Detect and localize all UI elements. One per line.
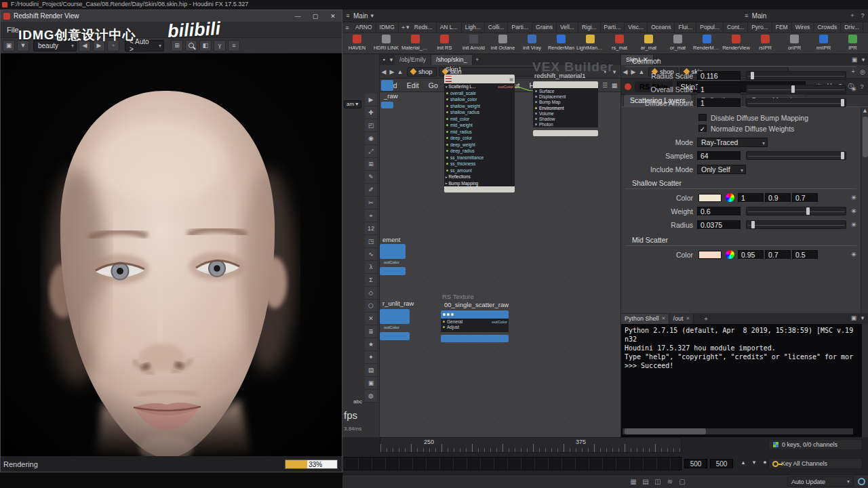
shallow-weight-field[interactable]: 0.6 bbox=[697, 207, 741, 216]
status-icon[interactable]: ▤ bbox=[641, 477, 650, 487]
shelf-tool-init-arnold[interactable]: init Arnold bbox=[459, 33, 488, 54]
shelf-tool-init-octane[interactable]: init Octane bbox=[488, 33, 517, 54]
viewport-tool-icon[interactable]: ▤ bbox=[365, 364, 377, 377]
shelf-tool-rs-mat[interactable]: rs_mat bbox=[605, 33, 634, 54]
pane-menu-icon[interactable]: ≡ bbox=[741, 12, 752, 19]
render-view-titlebar[interactable]: Redshift Render View — ▢ ✕ bbox=[1, 10, 342, 22]
shelf-tab-cont[interactable]: Cont... bbox=[724, 22, 748, 33]
mode-select[interactable]: Ray-Traced bbox=[697, 138, 768, 147]
shelf-tab-colli[interactable]: Colli... bbox=[485, 22, 509, 33]
shelf-tab-idmg[interactable]: IDMG bbox=[376, 22, 399, 33]
shelf-tab-driv[interactable]: Driv... bbox=[841, 22, 863, 33]
include-mode-select[interactable]: Only Self bbox=[697, 165, 746, 174]
add-shelf-icon[interactable]: ＋▾ bbox=[399, 22, 411, 33]
mid-color-g-field[interactable]: 0.7 bbox=[765, 250, 791, 260]
radius-scale-slider[interactable] bbox=[746, 71, 846, 80]
mid-color-r-field[interactable]: 0.95 bbox=[738, 250, 764, 260]
forward-icon[interactable]: ▶ bbox=[388, 68, 396, 75]
viewport-tool-icon[interactable]: ▣ bbox=[365, 377, 377, 390]
shelf-tab-reds[interactable]: Reds... bbox=[411, 22, 437, 33]
playback-options-icon[interactable]: ▴ bbox=[738, 459, 748, 466]
shell-tab-out[interactable]: /out✕ bbox=[669, 314, 694, 324]
network-path-tab-shop-skin[interactable]: /shop/skin_ bbox=[431, 55, 473, 65]
shelf-tab-an-l[interactable]: AN L... bbox=[437, 22, 462, 33]
mid-color-b-field[interactable]: 0.5 bbox=[792, 250, 818, 260]
normalize-checkbox[interactable]: ✓ bbox=[698, 125, 707, 133]
status-icon[interactable]: ▢ bbox=[677, 477, 687, 487]
partial-node[interactable] bbox=[380, 332, 410, 340]
shelf-tool-init-vray[interactable]: init Vray bbox=[517, 33, 547, 54]
viewport-tool-icon[interactable]: ◇ bbox=[365, 287, 377, 300]
shelf-tab-arno[interactable]: ARNO bbox=[352, 22, 376, 33]
add-tab-icon[interactable]: + bbox=[473, 56, 482, 63]
viewport-tool-icon[interactable]: ◰ bbox=[365, 119, 377, 132]
auto-update-select[interactable]: Auto Update ▾ bbox=[787, 476, 854, 487]
options-icon[interactable]: ≡ bbox=[228, 40, 240, 52]
maximize-button[interactable]: ▢ bbox=[307, 10, 324, 22]
shelf-menu-icon[interactable]: ≡ bbox=[342, 22, 352, 33]
camera-select[interactable]: am ▾ bbox=[344, 100, 361, 108]
shelf-tool-haven[interactable]: HAVEN bbox=[342, 33, 372, 54]
viewport-tool-icon[interactable]: 12 bbox=[365, 222, 377, 235]
preset-star-icon[interactable]: ✳ bbox=[849, 220, 859, 230]
shelf-tool-ipr[interactable]: IPR bbox=[838, 33, 867, 54]
up-icon[interactable]: ▲ bbox=[396, 68, 404, 75]
viewport-tool-icon[interactable]: ◳ bbox=[365, 235, 377, 248]
shallow-color-b-field[interactable]: 0.7 bbox=[792, 193, 818, 203]
viewport-tool-icon[interactable]: ▶ bbox=[365, 94, 377, 106]
keys-info-chip[interactable]: 0 keys, 0/0 channels bbox=[768, 439, 863, 450]
render-canvas[interactable] bbox=[1, 54, 342, 456]
status-icon[interactable]: ▦ bbox=[629, 477, 638, 487]
shallow-color-swatch[interactable] bbox=[698, 194, 722, 202]
add-tab-icon[interactable]: ＋ bbox=[701, 314, 711, 323]
shelf-tool-material-l[interactable]: Material_L... bbox=[401, 33, 430, 54]
pane-left-title[interactable]: Main bbox=[353, 12, 368, 20]
pane-menu-icon[interactable]: ≡ bbox=[342, 12, 353, 19]
viewport-tool-icon[interactable]: ≣ bbox=[365, 325, 377, 338]
preset-star-icon[interactable]: ✳ bbox=[849, 192, 859, 203]
end-frame-field[interactable]: 500 bbox=[684, 459, 707, 468]
update-mode-icon[interactable] bbox=[858, 478, 865, 485]
minimize-button[interactable]: — bbox=[289, 10, 307, 22]
shelf-tool-or-mat[interactable]: or_mat bbox=[663, 33, 692, 54]
viewport-tool-icon[interactable]: ◉ bbox=[365, 132, 377, 145]
node-redshift-material1[interactable]: SurfaceDisplacementBump MapEnvironmentVo… bbox=[533, 92, 598, 136]
diffuse-amount-slider[interactable] bbox=[746, 98, 846, 107]
shelf-tool-renderman[interactable]: RenderMan bbox=[547, 33, 576, 54]
overall-scale-slider[interactable] bbox=[746, 85, 846, 94]
gamma-icon[interactable]: γ bbox=[214, 40, 226, 52]
viewport-tool-icon[interactable]: λ bbox=[365, 261, 377, 274]
shelf-tab-oceans[interactable]: Oceans bbox=[648, 22, 675, 33]
mid-color-swatch[interactable] bbox=[698, 251, 722, 259]
shelf-tool-hdri-link[interactable]: HDRI LINK bbox=[372, 33, 401, 54]
section-shallow-scatter[interactable]: Shallow Scatter bbox=[625, 179, 856, 189]
pane-split-icon[interactable]: ▪ bbox=[380, 56, 388, 63]
viewport-tool-icon[interactable]: ∿ bbox=[365, 248, 377, 261]
section-common[interactable]: Common bbox=[625, 57, 856, 67]
partial-node[interactable] bbox=[380, 267, 406, 275]
menu-go[interactable]: Go bbox=[424, 81, 443, 89]
shelf-tab-pyro[interactable]: Pyro... bbox=[748, 22, 772, 33]
shelf-tab-rigi[interactable]: Rigi... bbox=[578, 22, 601, 33]
radius-scale-field[interactable]: 0.116 bbox=[697, 71, 741, 81]
status-icon[interactable]: ≋ bbox=[665, 477, 675, 487]
viewport-tool-icon[interactable]: ✚ bbox=[365, 106, 377, 119]
shelf-tab-flui[interactable]: Flui... bbox=[675, 22, 696, 33]
compare-icon[interactable]: ◧ bbox=[199, 40, 212, 52]
global-end-frame-field[interactable]: 500 bbox=[710, 459, 733, 468]
pane-split-icon[interactable]: ▣ bbox=[849, 314, 859, 321]
shelf-tab-popul[interactable]: Popul... bbox=[696, 22, 724, 33]
shallow-color-g-field[interactable]: 0.9 bbox=[765, 193, 791, 203]
shelf-tab-grains[interactable]: Grains bbox=[532, 22, 557, 33]
chevron-down-icon[interactable]: ▾ bbox=[859, 314, 867, 321]
partial-node[interactable] bbox=[380, 244, 406, 259]
partial-node[interactable] bbox=[380, 309, 410, 324]
menu-edit[interactable]: Edit bbox=[402, 81, 424, 89]
viewport-tool-icon[interactable]: ✦ bbox=[365, 351, 377, 364]
shallow-color-r-field[interactable]: 1 bbox=[738, 193, 764, 203]
viewport-tool-icon[interactable]: ⬡ bbox=[365, 300, 377, 312]
viewport-tool-icon[interactable]: ⤢ bbox=[365, 145, 377, 158]
shelf-tab-vell[interactable]: Vell... bbox=[557, 22, 578, 33]
breadcrumb-shop[interactable]: shop bbox=[407, 67, 437, 77]
preset-star-icon[interactable]: ✳ bbox=[849, 206, 859, 217]
